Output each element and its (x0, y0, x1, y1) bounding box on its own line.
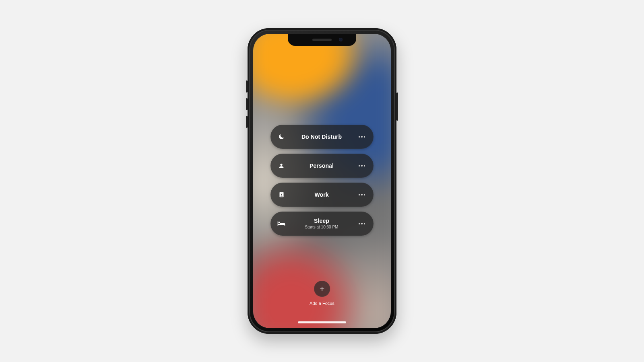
focus-item-work[interactable]: Work (270, 183, 374, 207)
moon-icon (277, 133, 286, 140)
person-icon (277, 162, 286, 169)
focus-item-label: Personal (286, 162, 357, 169)
bed-icon (277, 221, 286, 226)
ellipsis-icon (359, 223, 365, 224)
ellipsis-icon (359, 136, 365, 138)
ellipsis-icon (359, 194, 365, 195)
focus-item-label: Sleep Starts at 10:30 PM (286, 218, 357, 230)
more-options-button[interactable] (357, 136, 366, 138)
speaker-grille (312, 39, 332, 41)
more-options-button[interactable] (357, 194, 366, 195)
focus-item-subtitle: Starts at 10:30 PM (305, 225, 339, 230)
focus-mode-list: Do Not Disturb Personal (270, 125, 374, 236)
focus-sheet: Do Not Disturb Personal (253, 34, 391, 328)
plus-icon (319, 286, 325, 292)
phone-screen: Do Not Disturb Personal (253, 34, 391, 328)
badge-icon (277, 191, 286, 198)
focus-item-personal[interactable]: Personal (270, 154, 374, 178)
focus-item-label: Do Not Disturb (286, 134, 357, 140)
home-indicator[interactable] (298, 321, 346, 323)
add-focus-button[interactable] (314, 281, 330, 297)
front-camera (339, 38, 343, 41)
phone-notch (288, 34, 356, 46)
more-options-button[interactable] (357, 165, 366, 167)
more-options-button[interactable] (357, 223, 366, 224)
ellipsis-icon (359, 165, 365, 167)
add-focus: Add a Focus (310, 281, 334, 306)
phone-frame: Do Not Disturb Personal (248, 28, 396, 334)
focus-item-label: Work (286, 191, 357, 198)
focus-item-sleep[interactable]: Sleep Starts at 10:30 PM (270, 212, 374, 236)
focus-item-do-not-disturb[interactable]: Do Not Disturb (270, 125, 374, 149)
add-focus-label: Add a Focus (310, 301, 334, 306)
page-stage: Do Not Disturb Personal (0, 0, 644, 362)
